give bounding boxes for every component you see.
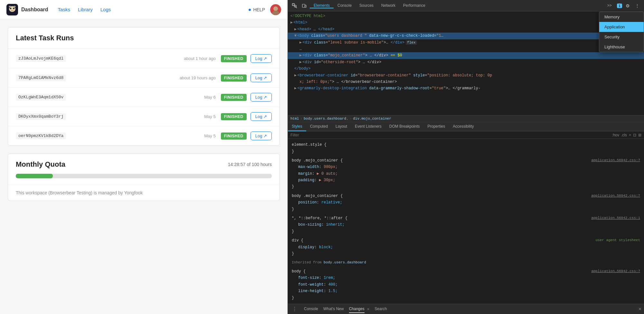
filter-cls[interactable]: .cls [621, 133, 627, 137]
tab-bottom-console[interactable]: Console [304, 305, 318, 313]
tab-bottom-whats-new[interactable]: What's New [323, 305, 344, 313]
tab-computed[interactable]: Computed [306, 122, 332, 131]
dropdown-security[interactable]: Security [599, 32, 644, 42]
nav-tasks[interactable]: Tasks [58, 7, 70, 12]
log-button[interactable]: Log ↗ [251, 74, 272, 82]
top-nav: Dashboard Tasks Library Logs ● HELP [0, 0, 288, 19]
main-content: Latest Task Runs zJ3AoLmJvojmKE6qdl abou… [0, 19, 288, 314]
devtools-panel: Elements Console Sources Network Perform… [288, 0, 644, 314]
breadcrumb: html › body.users.dashboard. › div.mojo_… [288, 115, 644, 122]
breadcrumb-html[interactable]: html [290, 117, 299, 121]
svg-rect-8 [292, 4, 294, 5]
filter-hov[interactable]: :hov [612, 133, 619, 137]
task-time: May 5 [66, 114, 215, 119]
style-panel: Styles Computed Layout Event Listeners D… [288, 122, 644, 304]
user-avatar[interactable] [270, 4, 281, 15]
devtools-dropdown: Memory Application Security Lighthouse [599, 12, 644, 52]
filter-input[interactable] [290, 133, 609, 137]
task-runs-card: Latest Task Runs zJ3AoLmJvojmKE6qdl abou… [8, 27, 280, 146]
list-item[interactable]: ▶<grammarly-desktop-integration data-gra… [288, 85, 644, 92]
list-item[interactable]: ▼<body class="users dashboard " data-new… [288, 33, 644, 39]
css-rule: *, *::before, *::after { application…569… [288, 214, 644, 236]
svg-point-7 [272, 11, 279, 15]
list-item[interactable]: ▶<head> … </head> [288, 26, 644, 33]
tab-performance[interactable]: Performance [399, 3, 429, 8]
tab-sources[interactable]: Sources [355, 3, 377, 8]
status-badge: FINISHED [221, 94, 247, 101]
task-id: OzKLgWnE3Aqm1dX50v [16, 94, 66, 101]
filter-icon-2[interactable]: ⊞ [638, 133, 641, 137]
css-file-ref[interactable]: application…56942.css:7 [591, 268, 640, 274]
log-button[interactable]: Log ↗ [251, 132, 272, 140]
tab-layout[interactable]: Layout [332, 122, 351, 131]
svg-point-1 [9, 6, 15, 12]
dropdown-memory[interactable]: Memory [599, 12, 644, 22]
task-time: about 19 hours ago [66, 75, 215, 80]
tab-console[interactable]: Console [334, 3, 355, 8]
filter-plus[interactable]: + [629, 133, 631, 137]
tab-styles[interactable]: Styles [288, 122, 306, 131]
quota-bar-container [8, 174, 279, 185]
dropdown-lighthouse[interactable]: Lighthouse [599, 42, 644, 52]
inherited-from-label: Inherited from body.users.dashboard [288, 258, 644, 267]
tab-elements[interactable]: Elements [310, 3, 334, 8]
inherited-from-link[interactable]: body.users.dashboard [324, 260, 366, 264]
breadcrumb-div[interactable]: div.mojo_container [353, 117, 391, 121]
task-time: about 1 hour ago [66, 56, 215, 61]
list-item: <!DOCTYPE html> [288, 13, 644, 19]
help-button[interactable]: ● HELP [248, 7, 265, 13]
log-button[interactable]: Log ↗ [251, 93, 272, 102]
task-runs-title: Latest Task Runs [16, 34, 74, 42]
list-item[interactable]: ▶<div class="level subnav is-mobile">… <… [288, 39, 644, 46]
more-options-icon[interactable]: ⋮ [633, 2, 641, 10]
table-row: zJ3AoLmJvojmKE6qdl about 1 hour ago FINI… [8, 49, 279, 68]
breadcrumb-body[interactable]: body.users.dashboard. [304, 117, 348, 121]
task-runs-header: Latest Task Runs [8, 27, 279, 49]
quota-title: Monthly Quota [16, 160, 65, 169]
task-id: 7PARgLmOlAMkNvz6d8 [16, 74, 66, 81]
app-panel: Dashboard Tasks Library Logs ● HELP La [0, 0, 288, 314]
tab-changes-close[interactable]: × [367, 307, 370, 311]
logo-icon [6, 4, 18, 15]
css-file-ref[interactable]: application…56942.css:1 [591, 215, 640, 221]
svg-point-3 [13, 7, 15, 9]
quota-bar-fill [16, 174, 53, 178]
tab-properties[interactable]: Properties [424, 122, 449, 131]
filter-icon-1[interactable]: ⊡ [633, 133, 636, 137]
list-item[interactable]: x; left: 0px;"> … </browserbear-containe… [288, 79, 644, 85]
filter-bar: :hov .cls + ⊡ ⊞ [288, 132, 644, 139]
device-toolbar-icon[interactable] [300, 2, 308, 10]
bottom-menu-icon[interactable]: ⋮ [290, 305, 299, 313]
tab-bottom-search[interactable]: Search [374, 305, 387, 313]
dropdown-application[interactable]: Application [599, 22, 644, 32]
filter-options: :hov .cls + ⊡ ⊞ [612, 133, 641, 137]
nav-logo: Dashboard [6, 4, 48, 15]
tab-network[interactable]: Network [377, 3, 399, 8]
nav-library[interactable]: Library [78, 7, 93, 12]
tab-more[interactable]: >> [603, 3, 616, 8]
close-bottom-panel-icon[interactable]: × [639, 306, 641, 312]
settings-icon[interactable]: ⚙ [623, 2, 632, 10]
html-tree-panel: <!DOCTYPE html> ▶<html> ▶<head> … </head… [288, 12, 644, 115]
tab-accessibility[interactable]: Accessibility [449, 122, 478, 131]
quota-time: 14:28:57 of 100 hours [228, 162, 272, 167]
task-id: oerN9pmzKV1kBd2DYa [16, 132, 66, 139]
list-item[interactable]: ▶<div id="otherside-root"> … </div> [288, 59, 644, 65]
tab-event-listeners[interactable]: Event Listeners [351, 122, 385, 131]
nav-logs[interactable]: Logs [100, 7, 111, 12]
log-button[interactable]: Log ↗ [251, 112, 272, 121]
status-badge: FINISHED [221, 55, 247, 62]
svg-point-9 [294, 5, 296, 7]
list-item[interactable]: ▶<html> [288, 19, 644, 26]
css-file-ref[interactable]: application…56942.css:7 [591, 193, 640, 199]
task-time: May 5 [66, 133, 215, 138]
log-button[interactable]: Log ↗ [251, 54, 272, 63]
tab-bottom-changes[interactable]: Changes [349, 305, 365, 313]
list-item[interactable]: ▶<div class="mojo_container"> … </div> =… [288, 52, 644, 59]
svg-rect-10 [302, 4, 305, 7]
inspect-icon[interactable] [290, 2, 299, 10]
css-rule: body .mojo_container { application…56942… [288, 156, 644, 191]
list-item[interactable]: ▶<browserbear-container id="browserbear-… [288, 72, 644, 79]
tab-dom-breakpoints[interactable]: DOM Breakpoints [385, 122, 424, 131]
css-file-ref[interactable]: application…56942.css:7 [591, 157, 640, 163]
